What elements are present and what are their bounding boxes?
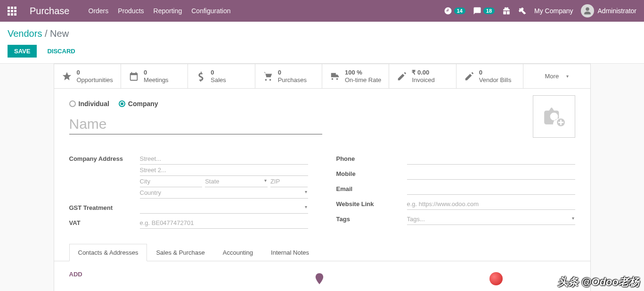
save-button[interactable]: SAVE — [8, 45, 37, 58]
tab-sales-purchase[interactable]: Sales & Purchase — [147, 244, 213, 261]
radio-company[interactable]: Company — [119, 100, 158, 108]
radio-icon-selected — [119, 100, 125, 107]
top-menu: Orders Products Reporting Configuration — [89, 7, 231, 15]
activities-button[interactable]: 14 — [444, 7, 465, 15]
notebook-tabs: Contacts & Addresses Sales & Purchase Ac… — [54, 238, 590, 261]
stat-buttons: 0Opportunities 0Meetings 0Sales 0Purchas… — [54, 64, 590, 89]
chat-icon — [473, 7, 481, 15]
label-tags: Tags — [336, 214, 407, 225]
tab-accounting[interactable]: Accounting — [214, 244, 262, 261]
mobile-input[interactable] — [407, 168, 575, 180]
stat-ontime[interactable]: 100 %On-time Rate — [322, 64, 389, 88]
label-phone: Phone — [336, 153, 407, 165]
discard-button[interactable]: DISCARD — [41, 45, 82, 58]
star-icon — [62, 71, 72, 82]
clock-icon — [444, 7, 452, 15]
form-sheet: 0Opportunities 0Meetings 0Sales 0Purchas… — [54, 64, 591, 291]
city-input[interactable] — [140, 176, 203, 187]
chevron-down-icon: ▾ — [566, 74, 569, 79]
cart-icon — [263, 71, 273, 82]
user-menu[interactable]: Administrator — [581, 4, 636, 17]
tools-icon[interactable] — [518, 7, 527, 15]
name-input[interactable] — [69, 114, 322, 134]
street2-input[interactable] — [140, 165, 308, 176]
stat-vendor-bills[interactable]: 0Vendor Bills — [457, 64, 523, 88]
messages-button[interactable]: 18 — [473, 7, 495, 15]
label-email: Email — [336, 183, 407, 195]
messages-count: 18 — [483, 8, 495, 14]
control-panel: Vendors / New SAVE DISCARD — [0, 22, 644, 64]
company-type-radio: Individual Company — [69, 100, 575, 108]
label-website: Website Link — [336, 199, 407, 210]
state-input[interactable] — [205, 176, 268, 187]
website-input[interactable] — [407, 199, 575, 210]
email-input[interactable] — [407, 183, 575, 195]
country-input[interactable] — [140, 187, 308, 199]
stat-meetings[interactable]: 0Meetings — [121, 64, 188, 88]
left-column: Company Address GST Treatment — [69, 153, 308, 233]
stat-invoiced[interactable]: ₹ 0.00Invoiced — [389, 64, 456, 88]
gst-input[interactable] — [140, 202, 308, 214]
image-upload[interactable] — [533, 95, 575, 138]
street-input[interactable] — [140, 153, 308, 165]
menu-orders[interactable]: Orders — [89, 7, 109, 15]
activity-count: 14 — [454, 8, 465, 14]
truck-icon — [330, 71, 340, 82]
radio-icon — [69, 100, 76, 107]
phone-input[interactable] — [407, 153, 575, 165]
pencil-square-icon — [397, 71, 407, 82]
tab-internal-notes[interactable]: Internal Notes — [262, 244, 318, 261]
label-gst: GST Treatment — [69, 202, 140, 214]
apps-icon[interactable] — [8, 7, 16, 16]
stat-opportunities[interactable]: 0Opportunities — [54, 64, 121, 88]
menu-configuration[interactable]: Configuration — [191, 7, 230, 15]
topbar: Purchase Orders Products Reporting Confi… — [0, 0, 644, 22]
breadcrumb: Vendors / New — [8, 28, 636, 39]
label-mobile: Mobile — [336, 168, 407, 180]
add-contact-button[interactable]: ADD — [69, 271, 82, 278]
main-area: 0Opportunities 0Meetings 0Sales 0Purchas… — [0, 64, 644, 291]
camera-plus-icon — [542, 105, 566, 128]
tags-input[interactable] — [407, 214, 575, 225]
menu-reporting[interactable]: Reporting — [154, 7, 182, 15]
radio-individual[interactable]: Individual — [69, 100, 109, 108]
stat-sales[interactable]: 0Sales — [188, 64, 255, 88]
stat-more[interactable]: More▾ — [523, 64, 590, 88]
app-name[interactable]: Purchase — [30, 6, 70, 17]
calendar-icon — [129, 71, 139, 82]
tab-contacts[interactable]: Contacts & Addresses — [69, 244, 147, 261]
avatar — [581, 4, 594, 17]
stat-purchases[interactable]: 0Purchases — [255, 64, 322, 88]
company-switcher[interactable]: My Company — [534, 7, 573, 15]
breadcrumb-current: New — [50, 28, 69, 39]
right-column: Phone Mobile Email Website Link Tags — [336, 153, 575, 233]
menu-products[interactable]: Products — [118, 7, 144, 15]
gift-icon[interactable] — [502, 7, 511, 15]
watermark-dot — [489, 272, 503, 285]
label-address: Company Address — [69, 153, 140, 199]
vat-input[interactable] — [140, 217, 308, 229]
breadcrumb-vendors[interactable]: Vendors — [8, 28, 42, 39]
dollar-icon — [196, 71, 206, 82]
zip-input[interactable] — [270, 176, 308, 187]
map-pin-icon — [313, 271, 326, 287]
pencil-square-icon — [464, 71, 474, 82]
label-vat: VAT — [69, 217, 140, 229]
tab-content: ADD — [54, 261, 590, 291]
